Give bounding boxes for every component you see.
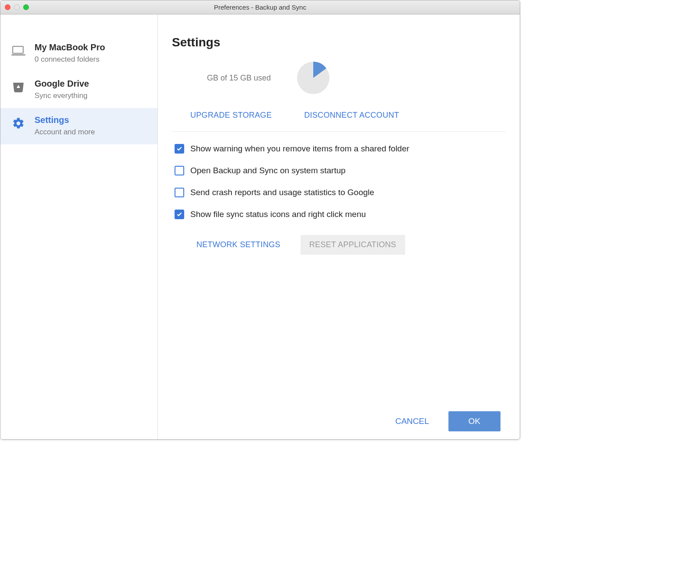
checkbox-crash-reports[interactable]: Send crash reports and usage statistics … bbox=[175, 188, 506, 197]
checkbox-sync-icons[interactable]: Show file sync status icons and right cl… bbox=[175, 210, 506, 219]
footer: CANCEL OK bbox=[172, 404, 506, 439]
sidebar-item-settings[interactable]: Settings Account and more bbox=[0, 108, 158, 144]
checkbox-icon bbox=[175, 144, 184, 154]
sidebar-item-drive[interactable]: Google Drive Sync everything bbox=[0, 72, 158, 108]
sidebar-item-subtitle: Account and more bbox=[35, 128, 95, 136]
svg-rect-1 bbox=[11, 54, 25, 56]
checkbox-show-warning[interactable]: Show warning when you remove items from … bbox=[175, 144, 506, 154]
storage-text: GB of 15 GB used bbox=[207, 74, 271, 83]
checkbox-open-startup[interactable]: Open Backup and Sync on system startup bbox=[175, 166, 506, 175]
disconnect-account-button[interactable]: DISCONNECT ACCOUNT bbox=[303, 109, 400, 122]
sidebar-item-label: Google Drive bbox=[35, 79, 89, 89]
body: My MacBook Pro 0 connected folders Googl… bbox=[0, 14, 520, 439]
preferences-window: Preferences - Backup and Sync My MacBook… bbox=[0, 0, 520, 440]
main-panel: Settings GB of 15 GB used UPGRADE STORAG… bbox=[158, 14, 520, 439]
svg-rect-0 bbox=[13, 46, 23, 53]
ok-button[interactable]: OK bbox=[448, 411, 500, 431]
sidebar-item-macbook[interactable]: My MacBook Pro 0 connected folders bbox=[0, 35, 158, 72]
storage-row: GB of 15 GB used bbox=[172, 62, 506, 105]
sidebar-item-subtitle: Sync everything bbox=[35, 91, 89, 100]
checkbox-icon bbox=[175, 210, 184, 219]
checkbox-list: Show warning when you remove items from … bbox=[172, 141, 506, 232]
traffic-lights bbox=[5, 4, 29, 10]
gear-icon bbox=[11, 116, 26, 131]
sidebar: My MacBook Pro 0 connected folders Googl… bbox=[0, 14, 158, 439]
page-title: Settings bbox=[172, 35, 506, 49]
sidebar-item-label: Settings bbox=[35, 115, 95, 125]
checkbox-label: Open Backup and Sync on system startup bbox=[190, 166, 346, 175]
network-settings-button[interactable]: NETWORK SETTINGS bbox=[188, 235, 289, 255]
storage-buttons: UPGRADE STORAGE DISCONNECT ACCOUNT bbox=[172, 105, 506, 131]
checkbox-icon bbox=[175, 166, 184, 175]
title-bar: Preferences - Backup and Sync bbox=[0, 0, 520, 14]
sidebar-item-label: My MacBook Pro bbox=[35, 42, 105, 52]
reset-applications-button[interactable]: RESET APPLICATIONS bbox=[301, 235, 405, 255]
upgrade-storage-button[interactable]: UPGRADE STORAGE bbox=[189, 109, 273, 122]
checkbox-label: Show warning when you remove items from … bbox=[190, 144, 410, 154]
checkbox-icon bbox=[175, 188, 184, 197]
laptop-icon bbox=[11, 43, 26, 58]
checkbox-label: Send crash reports and usage statistics … bbox=[190, 188, 374, 197]
window-title: Preferences - Backup and Sync bbox=[0, 4, 520, 11]
zoom-icon[interactable] bbox=[23, 4, 29, 10]
minimize-icon[interactable] bbox=[14, 4, 20, 10]
divider bbox=[172, 131, 506, 132]
sidebar-item-subtitle: 0 connected folders bbox=[35, 55, 105, 64]
drive-icon bbox=[11, 80, 26, 94]
cancel-button[interactable]: CANCEL bbox=[389, 411, 435, 431]
storage-pie-chart bbox=[297, 62, 329, 94]
action-row: NETWORK SETTINGS RESET APPLICATIONS bbox=[172, 232, 506, 255]
checkbox-label: Show file sync status icons and right cl… bbox=[190, 210, 366, 219]
close-icon[interactable] bbox=[5, 4, 10, 10]
